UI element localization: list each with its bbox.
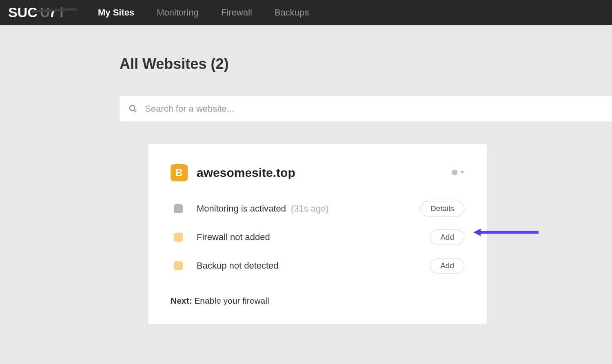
- add-backup-button[interactable]: Add: [430, 258, 464, 274]
- nav-my-sites[interactable]: My Sites: [98, 7, 134, 18]
- site-card: B awesomesite.top Monitoring is activate…: [148, 144, 487, 324]
- svg-point-5: [130, 106, 135, 111]
- site-badge: B: [171, 164, 188, 181]
- nav-firewall[interactable]: Firewall: [221, 7, 252, 18]
- caret-down-icon: [460, 171, 464, 174]
- next-step: Next: Enable your firewall: [171, 296, 464, 306]
- site-header: B awesomesite.top: [171, 164, 464, 181]
- status-text-monitoring: Monitoring is activated: [197, 203, 286, 214]
- status-row-monitoring: Monitoring is activated (31s ago) Detail…: [171, 201, 464, 216]
- status-time-monitoring: (31s ago): [291, 203, 329, 214]
- site-name: awesomesite.top: [197, 166, 295, 180]
- status-row-backup: Backup not detected Add: [171, 258, 464, 274]
- status-icon-monitoring: [174, 204, 183, 213]
- page-title: All Websites (2): [120, 55, 612, 73]
- svg-text:r: r: [51, 5, 57, 20]
- svg-text:U: U: [40, 5, 50, 20]
- status-text-firewall: Firewall not added: [197, 232, 270, 243]
- nav-monitoring[interactable]: Monitoring: [157, 7, 199, 18]
- main-header: SUC U r i My Sites Monitoring Firewall B…: [0, 0, 612, 25]
- nav-backups[interactable]: Backups: [275, 7, 309, 18]
- next-text: Enable your firewall: [192, 296, 269, 305]
- status-row-firewall: Firewall not added Add: [171, 229, 464, 245]
- add-firewall-button[interactable]: Add: [430, 229, 464, 245]
- search-input[interactable]: [145, 104, 603, 114]
- svg-text:i: i: [60, 5, 63, 20]
- gear-icon: [450, 168, 458, 176]
- status-icon-firewall: [174, 233, 183, 242]
- svg-line-6: [134, 110, 136, 112]
- next-label: Next:: [171, 296, 192, 305]
- search-bar: [120, 96, 612, 121]
- site-settings-button[interactable]: [450, 168, 464, 176]
- status-text-backup: Backup not detected: [197, 260, 279, 271]
- search-icon: [129, 104, 137, 113]
- main-nav: My Sites Monitoring Firewall Backups: [98, 7, 309, 18]
- status-icon-backup: [174, 261, 183, 270]
- brand-logo: SUC U r i: [8, 4, 80, 21]
- details-button[interactable]: Details: [420, 201, 464, 216]
